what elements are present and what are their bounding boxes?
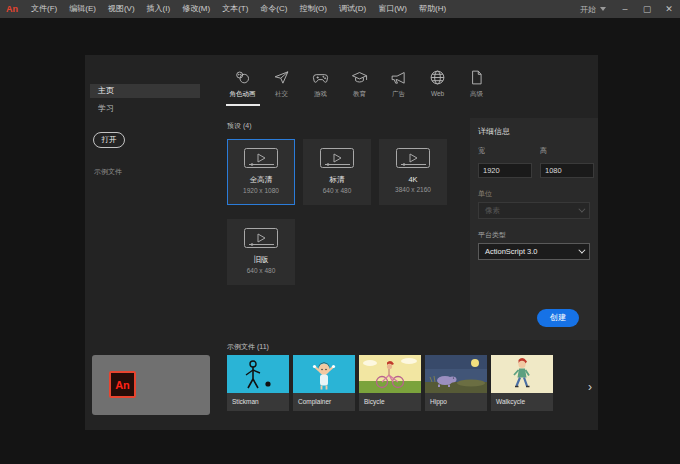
video-preset-icon xyxy=(395,147,431,171)
menubar: An 文件(F) 编辑(E) 视图(V) 插入(I) 修改(M) 文本(T) 命… xyxy=(0,0,680,18)
hippo-thumbnail xyxy=(425,355,487,393)
height-input[interactable] xyxy=(540,163,594,178)
menu-modify[interactable]: 修改(M) xyxy=(176,0,216,18)
tab-character-animation[interactable]: 角色动画 xyxy=(223,65,262,106)
tab-label: 高级 xyxy=(470,90,483,99)
preset-resolution: 1920 x 1080 xyxy=(243,187,279,194)
preset-title: 4K xyxy=(408,175,417,184)
maximize-button[interactable]: ▢ xyxy=(636,0,658,18)
bicycle-thumbnail xyxy=(359,355,421,393)
tab-underline xyxy=(343,104,377,106)
menu-insert[interactable]: 插入(I) xyxy=(141,0,177,18)
platform-dropdown[interactable]: ActionScript 3.0 xyxy=(478,243,590,260)
preset-card-legacy[interactable]: 旧版 640 x 480 xyxy=(227,219,295,285)
category-tabs: 角色动画 社交 游戏 xyxy=(223,65,496,106)
menu-window[interactable]: 窗口(W) xyxy=(372,0,413,18)
tab-underline xyxy=(382,104,416,106)
complainer-thumbnail xyxy=(293,355,355,393)
preset-card-4k[interactable]: 4K 3840 x 2160 xyxy=(379,139,447,205)
height-label: 高 xyxy=(540,146,594,156)
video-preset-icon xyxy=(243,227,279,251)
preset-card-full-hd[interactable]: 全高清 1920 x 1080 xyxy=(227,139,295,205)
tab-web[interactable]: Web xyxy=(418,65,457,106)
samples-header: 示例文件 (11) xyxy=(227,342,269,352)
document-icon xyxy=(468,69,485,86)
preset-resolution: 640 x 480 xyxy=(323,187,352,194)
create-button[interactable]: 创建 xyxy=(537,309,579,327)
sample-card-stickman[interactable]: Stickman xyxy=(227,355,289,411)
menu-file[interactable]: 文件(F) xyxy=(25,0,63,18)
tab-label: 教育 xyxy=(353,90,366,99)
sample-name: Complainer xyxy=(293,393,355,411)
animate-start-screen: An 文件(F) 编辑(E) 视图(V) 插入(I) 修改(M) 文本(T) 命… xyxy=(0,0,680,464)
graduation-cap-icon xyxy=(351,69,368,86)
width-label: 宽 xyxy=(478,146,532,156)
details-header: 详细信息 xyxy=(478,126,590,137)
tab-underline xyxy=(421,102,455,104)
gamepad-icon xyxy=(312,69,329,86)
platform-value: ActionScript 3.0 xyxy=(485,247,538,256)
tab-underline xyxy=(304,104,338,106)
sample-card-complainer[interactable]: Complainer xyxy=(293,355,355,411)
tab-underline xyxy=(460,104,494,106)
units-dropdown: 像素 xyxy=(478,202,590,219)
walkcycle-thumbnail xyxy=(491,355,553,393)
sample-card-walkcycle[interactable]: Walkcycle xyxy=(491,355,553,411)
sample-card-hippo[interactable]: Hippo xyxy=(425,355,487,411)
minimize-button[interactable]: – xyxy=(614,0,636,18)
menu-text[interactable]: 文本(T) xyxy=(216,0,254,18)
animate-logo-icon: An xyxy=(109,371,136,398)
stickman-thumbnail xyxy=(227,355,289,393)
preset-title: 全高清 xyxy=(250,175,273,185)
sample-name: Bicycle xyxy=(359,393,421,411)
preset-cards: 全高清 1920 x 1080 标清 640 x 480 4K xyxy=(227,139,447,285)
sample-files-row: Stickman Complainer xyxy=(227,355,553,411)
tab-advanced[interactable]: 高级 xyxy=(457,65,496,106)
units-value: 像素 xyxy=(485,206,500,216)
menu-help[interactable]: 帮助(H) xyxy=(413,0,452,18)
menu-commands[interactable]: 命令(C) xyxy=(254,0,293,18)
preset-resolution: 3840 x 2160 xyxy=(395,186,431,193)
open-button[interactable]: 打开 xyxy=(93,132,125,148)
menu-view[interactable]: 视图(V) xyxy=(102,0,141,18)
workspace-switcher[interactable]: 开始 xyxy=(572,4,614,15)
tab-label: 社交 xyxy=(275,90,288,99)
samples-next-arrow[interactable]: › xyxy=(588,380,592,394)
width-input[interactable] xyxy=(478,163,532,178)
preset-title: 旧版 xyxy=(254,255,269,265)
preset-card-sd[interactable]: 标清 640 x 480 xyxy=(303,139,371,205)
workspace-label: 开始 xyxy=(580,4,596,15)
close-button[interactable]: ✕ xyxy=(658,0,680,18)
sample-name: Hippo xyxy=(425,393,487,411)
app-logo-icon: An xyxy=(0,4,25,14)
video-preset-icon xyxy=(243,147,279,171)
home-panel: 主页 学习 打开 示例文件 角色动画 社交 xyxy=(85,55,598,430)
sidebar-item-learn[interactable]: 学习 xyxy=(90,102,200,116)
sample-card-bicycle[interactable]: Bicycle xyxy=(359,355,421,411)
sidebar-item-home[interactable]: 主页 xyxy=(90,84,200,98)
tab-game[interactable]: 游戏 xyxy=(301,65,340,106)
menu-edit[interactable]: 编辑(E) xyxy=(63,0,102,18)
tab-label: 游戏 xyxy=(314,90,327,99)
tab-label: Web xyxy=(431,90,444,97)
platform-label: 平台类型 xyxy=(478,230,590,240)
details-panel: 详细信息 宽 高 单位 像素 平台类型 ActionScript 3.0 xyxy=(470,118,598,340)
sample-name: Stickman xyxy=(227,393,289,411)
menu-control[interactable]: 控制(O) xyxy=(293,0,333,18)
active-tab-underline xyxy=(226,104,260,106)
animate-banner[interactable]: An xyxy=(92,355,210,415)
tab-ads[interactable]: 广告 xyxy=(379,65,418,106)
menu-debug[interactable]: 调试(D) xyxy=(333,0,372,18)
tab-education[interactable]: 教育 xyxy=(340,65,379,106)
presets-header: 预设 (4) xyxy=(227,121,252,131)
tab-label: 广告 xyxy=(392,90,405,99)
tab-social[interactable]: 社交 xyxy=(262,65,301,106)
preset-title: 标清 xyxy=(330,175,345,185)
preset-resolution: 640 x 480 xyxy=(247,267,276,274)
sidebar-sample-files-link[interactable]: 示例文件 xyxy=(94,167,122,177)
megaphone-icon xyxy=(390,69,407,86)
chevron-down-icon xyxy=(578,206,585,213)
character-animation-icon xyxy=(234,69,251,86)
sample-name: Walkcycle xyxy=(491,393,553,411)
units-label: 单位 xyxy=(478,189,590,199)
